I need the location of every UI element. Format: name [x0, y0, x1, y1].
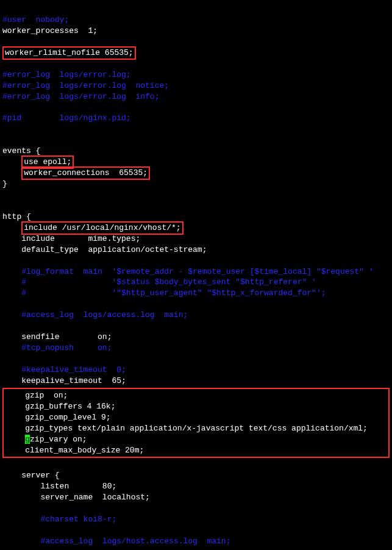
indent — [2, 168, 21, 177]
comment-line: #error_log logs/error.log notice; — [2, 81, 169, 90]
config-line: gzip_buffers 4 16k; — [6, 402, 115, 411]
comment-line: #pid logs/nginx.pid; — [2, 113, 131, 123]
comment-line: # '"$http_user_agent" "$http_x_forwarded… — [2, 288, 326, 298]
comment-line: #charset koi8-r; — [2, 515, 116, 524]
config-line: gzip_types text/plain application/x-java… — [6, 424, 368, 433]
indent — [2, 157, 21, 166]
config-line: sendfile on; — [2, 332, 112, 341]
config-line: default_type application/octet-stream; — [2, 245, 207, 254]
comment-line: #keepalive_timeout 0; — [2, 365, 126, 374]
config-line: http { — [2, 212, 31, 221]
highlighted-config-line: use epoll; — [24, 157, 71, 166]
highlighted-gzip-block: gzip on; gzip_buffers 4 16k; gzip_comp_l… — [2, 388, 390, 459]
comment-line: #access_log logs/access.log main; — [2, 310, 188, 320]
comment-line: #log_format main '$remote_addr - $remote… — [2, 267, 374, 276]
comment-line: # '$status $body_bytes_sent "$http_refer… — [2, 277, 316, 287]
comment-line: #error_log logs/error.log; — [2, 70, 131, 79]
config-line: listen 80; — [2, 482, 116, 491]
comment-line: #user nobody; — [2, 15, 69, 24]
highlighted-config-line: worker_connections 65535; — [24, 168, 148, 177]
highlighted-config-line: include /usr/local/nginx/vhost/*; — [24, 223, 180, 232]
indent — [6, 435, 25, 444]
config-line: server { — [2, 471, 60, 480]
config-line: zip_vary on; — [30, 435, 87, 444]
config-line: } — [2, 179, 7, 188]
config-line: server_name localhost; — [2, 493, 150, 502]
config-line: include mime.types; — [2, 234, 140, 243]
config-file-editor: #user nobody; worker_processes 1; worker… — [0, 0, 392, 550]
comment-line: #access_log logs/host.access.log main; — [2, 537, 230, 546]
config-line: client_max_body_size 20m; — [6, 446, 144, 455]
config-line: events { — [2, 146, 40, 155]
config-line: worker_processes 1; — [2, 26, 98, 35]
comment-line: #tcp_nopush on; — [2, 343, 112, 352]
config-line: keepalive_timeout 65; — [2, 376, 126, 385]
config-line: gzip on; — [6, 391, 68, 400]
text-cursor: g — [25, 435, 30, 444]
indent — [2, 223, 21, 232]
comment-line: #error_log logs/error.log info; — [2, 92, 159, 101]
config-line: gzip_comp_level 9; — [6, 413, 111, 422]
highlighted-config-line: worker_rlimit_nofile 65535; — [5, 48, 134, 57]
